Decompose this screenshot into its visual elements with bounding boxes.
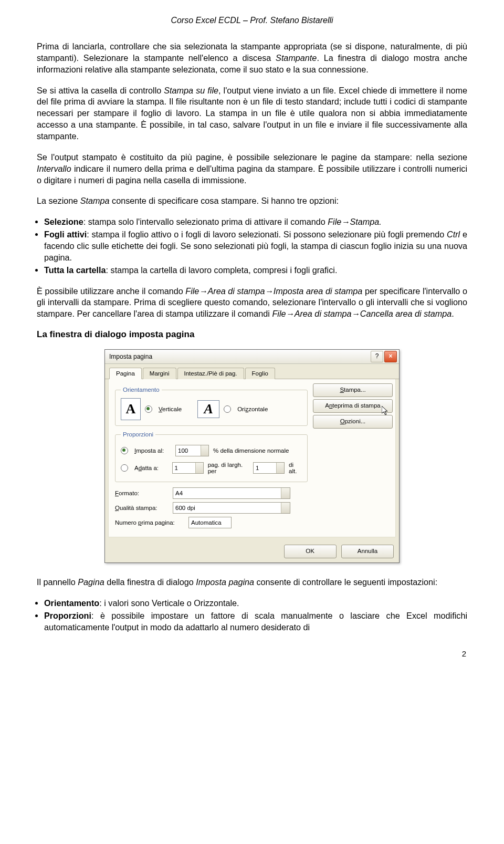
list-item: Proporzioni: è possibile impostare un fa…: [44, 610, 467, 633]
section-title: La finestra di dialogo imposta pagina: [37, 329, 467, 340]
adatta-width-spinner[interactable]: 1: [172, 462, 204, 474]
option-name: Tutta la cartella: [44, 265, 106, 275]
paragraph-1: Prima di lanciarla, controllare che sia …: [37, 41, 467, 76]
text: .: [452, 309, 454, 318]
list-item: Fogli attivi: stampa il foglio attivo o …: [44, 229, 467, 264]
radio-adatta[interactable]: [121, 464, 128, 472]
option-name: Selezione: [44, 217, 83, 226]
text: : i valori sono Verticale o Orizzontale.: [99, 598, 239, 608]
italic-term: Ctrl: [447, 230, 460, 239]
dialog-titlebar[interactable]: Imposta pagina ? ×: [105, 350, 399, 364]
italic-term: Imposta pagina: [196, 577, 254, 587]
italic-term: File→Area di stampa→Cancella area di sta…: [272, 309, 452, 318]
radio-verticale[interactable]: [145, 405, 152, 413]
setting-name: Proporzioni: [44, 611, 91, 620]
numero-pagina-input[interactable]: Automatica: [188, 517, 232, 528]
tab-foglio[interactable]: Foglio: [245, 368, 275, 379]
italic-term: Stampante: [276, 53, 317, 62]
dialog-body: SStampa...tampa... Anteprima di stampa O…: [108, 379, 396, 537]
landscape-icon: A: [197, 400, 219, 418]
italic-term: Stampa: [80, 196, 110, 205]
text: : è possibile impostare un fattore di sc…: [44, 611, 467, 632]
label-imposta-suffix: % della dimensione normale: [213, 447, 289, 454]
paragraph-2: Se si attiva la casella di controllo Sta…: [37, 85, 467, 142]
text: Il pannello: [37, 577, 78, 587]
label-formato: Formato:: [115, 490, 167, 496]
dialog-button-bar: OK Annulla: [105, 540, 399, 562]
tab-pagina[interactable]: Pagina: [109, 368, 142, 379]
stampa-button[interactable]: SStampa...tampa...: [313, 383, 393, 397]
opzioni-button[interactable]: Opzioni...: [313, 415, 393, 429]
italic-term: File→Area di stampa→Imposta area di stam…: [185, 286, 362, 296]
anteprima-button[interactable]: Anteprima di stampa: [313, 399, 393, 413]
label-adatta-suffix: di alt.: [289, 462, 302, 474]
italic-term: Pagina: [78, 577, 104, 587]
page-number: 2: [37, 649, 467, 658]
qualita-combo[interactable]: 600 dpi: [173, 502, 290, 514]
italic-term: Intervallo: [37, 164, 71, 173]
page-header: Corso Excel ECDL – Prof. Stefano Bistare…: [37, 16, 467, 25]
dialog-tabs: Pagina Margini Intestaz./Piè di pag. Fog…: [105, 364, 399, 379]
italic-term: File→Stampa.: [328, 217, 382, 226]
portrait-icon: A: [121, 398, 141, 420]
proporzioni-group: Proporzioni Imposta al: 100 % della dime…: [115, 431, 308, 482]
label-qualita: Qualità stampa:: [115, 505, 167, 511]
text: : stampa il foglio attivo o i fogli di l…: [87, 230, 447, 239]
page-setup-dialog: Imposta pagina ? × Pagina Margini Intest…: [104, 349, 400, 563]
text: : stampa la cartella di lavoro completa,…: [106, 265, 338, 275]
label-adatta-mid: pag. di largh. per: [208, 462, 249, 474]
tab-margini[interactable]: Margini: [143, 368, 176, 379]
radio-imposta[interactable]: [121, 447, 128, 454]
text: La sezione: [37, 196, 80, 205]
close-button[interactable]: ×: [384, 351, 397, 362]
text: della finestra di dialogo: [104, 577, 196, 587]
list-item: Orientamento: i valori sono Verticale o …: [44, 598, 467, 609]
label-orizzontale: Orizzontale: [237, 406, 268, 412]
help-button[interactable]: ?: [371, 351, 383, 362]
text: È possibile utilizzare anche il comando: [37, 286, 185, 296]
group-label: Proporzioni: [121, 431, 155, 437]
list-item: Selezione: stampa solo l'intervallo sele…: [44, 216, 467, 228]
orientamento-group: Orientamento A Verticale A Orizzontale: [115, 387, 308, 426]
option-name: Fogli attivi: [44, 230, 87, 239]
italic-term: Stampa su file: [164, 86, 218, 95]
list-item: Tutta la cartella: stampa la cartella di…: [44, 265, 467, 276]
paragraph-6: Il pannello Pagina della finestra di dia…: [37, 577, 467, 588]
text: indicare il numero della prima e dell'ul…: [37, 164, 467, 185]
adatta-height-spinner[interactable]: 1: [253, 462, 285, 474]
label-adatta: Adatta a:: [134, 465, 168, 471]
text: Se si attiva la casella di controllo: [37, 86, 164, 95]
paragraph-4: La sezione Stampa consente di specificar…: [37, 195, 467, 207]
dialog-title: Imposta pagina: [109, 353, 370, 360]
text: : stampa solo l'intervallo selezionato p…: [83, 217, 328, 226]
text: Se l'output stampato è costituito da più…: [37, 152, 467, 162]
annulla-button[interactable]: Annulla: [341, 545, 394, 558]
group-label: Orientamento: [121, 387, 162, 393]
setting-name: Orientamento: [44, 598, 99, 608]
text: consente di specificare cosa stampare. S…: [110, 196, 339, 205]
label-numero-pagina: Numero prima pagina:: [115, 519, 183, 526]
label-verticale: Verticale: [159, 406, 182, 412]
ok-button[interactable]: OK: [284, 545, 337, 558]
text: consente di controllare le seguenti impo…: [254, 577, 437, 587]
svg-marker-0: [382, 406, 387, 415]
paragraph-3: Se l'output stampato è costituito da più…: [37, 152, 467, 186]
radio-orizzontale[interactable]: [224, 405, 231, 413]
label-imposta: Imposta al:: [134, 447, 171, 454]
imposta-spinner[interactable]: 100: [175, 445, 209, 456]
formato-combo[interactable]: A4: [173, 487, 290, 499]
options-list: Selezione: stampa solo l'intervallo sele…: [37, 216, 467, 276]
tab-intestazione[interactable]: Intestaz./Piè di pag.: [177, 368, 244, 379]
settings-list: Orientamento: i valori sono Verticale o …: [37, 598, 467, 633]
paragraph-5: È possibile utilizzare anche il comando …: [37, 286, 467, 320]
